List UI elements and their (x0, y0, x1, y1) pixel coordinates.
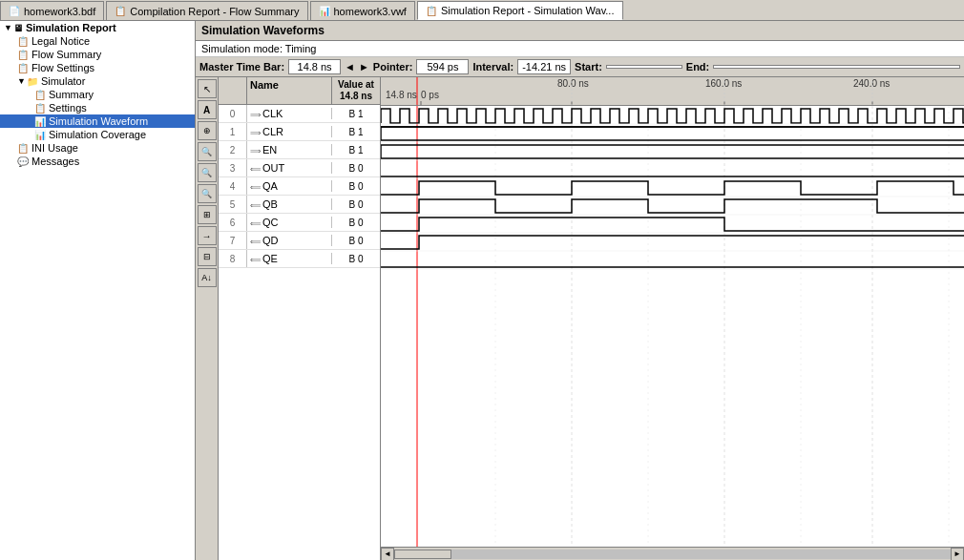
end-label: End: (686, 61, 709, 73)
zoom-out-tool[interactable]: 🔍 (198, 163, 217, 182)
pointer-label: Pointer: (373, 61, 413, 73)
signal-row-out[interactable]: 3⟸OUTB 0 (219, 159, 380, 177)
tab-compilation-icon: 📋 (115, 6, 126, 16)
signal-name-6: ⟸QC (247, 217, 332, 228)
tab-compilation[interactable]: 📋 Compilation Report - Flow Summary (106, 1, 307, 20)
signal-num-1: 1 (219, 123, 247, 140)
signal-num-0: 0 (219, 105, 247, 122)
h-scrollbar[interactable]: ◄ ► (381, 547, 964, 560)
svg-text:240.0 ns: 240.0 ns (853, 78, 890, 89)
signal-name-1: ⟹CLR (247, 126, 332, 137)
sidebar-item-flow-summary[interactable]: 📋 Flow Summary (0, 48, 195, 61)
sim-waveform-icon: 📊 (34, 116, 46, 127)
zoom-in-tool[interactable]: 🔍 (198, 142, 217, 161)
signal-val-6: B 0 (332, 218, 380, 228)
signal-header-name-col: Name (247, 77, 332, 104)
sidebar-item-sim-coverage[interactable]: 📊 Simulation Coverage (0, 128, 195, 141)
signal-val-5: B 0 (332, 199, 380, 210)
signal-num-2: 2 (219, 141, 247, 158)
simulator-expand-icon: ▼ (17, 76, 26, 86)
tab-simulation-icon: 📋 (426, 6, 437, 16)
interval-value: -14.21 ns (517, 59, 571, 74)
sim-report-icon: 🖥 (13, 23, 23, 33)
signal-row-qd[interactable]: 7⟸QDB 0 (219, 232, 380, 250)
signal-rows: 0⟹CLKB 11⟹CLRB 12⟹ENB 13⟸OUTB 04⟸QAB 05⟸… (219, 105, 380, 560)
signal-val-0: B 1 (332, 109, 380, 119)
time-bar: Master Time Bar: 14.8 ns ◄ ► Pointer: 59… (196, 57, 964, 77)
sidebar-item-legal-notice[interactable]: 📋 Legal Notice (0, 34, 195, 48)
sidebar-item-ini-usage[interactable]: 📋 INI Usage (0, 141, 195, 155)
svg-text:80.0 ns: 80.0 ns (557, 78, 589, 89)
interval-label: Interval: (472, 61, 513, 73)
sidebar-item-simulator[interactable]: ▼ 📁 Simulator (0, 74, 195, 88)
signal-num-5: 5 (219, 196, 247, 213)
signal-row-qc[interactable]: 6⟸QCB 0 (219, 214, 380, 232)
signal-num-4: 4 (219, 177, 247, 195)
signal-name-4: ⟸QA (247, 180, 332, 192)
end-value (713, 65, 960, 69)
waveform-display: 14.8 ns 0 ps 80.0 ns 160.0 ns 240.0 ns 3… (381, 77, 964, 560)
master-time-bar-value: 14.8 ns (288, 59, 341, 74)
signal-name-0: ⟹CLK (247, 108, 332, 119)
scroll-thumb[interactable] (394, 550, 451, 559)
sidebar-item-flow-settings[interactable]: 📋 Flow Settings (0, 61, 195, 74)
flow-summary-icon: 📋 (17, 50, 29, 60)
sidebar-item-sim-report[interactable]: ▼ 🖥 Simulation Report (0, 21, 195, 34)
scroll-left-btn[interactable]: ◄ (381, 548, 394, 561)
signal-row-en[interactable]: 2⟹ENB 1 (219, 141, 380, 159)
time-ruler-svg: 14.8 ns 0 ps 80.0 ns 160.0 ns 240.0 ns 3… (381, 77, 964, 106)
start-label: Start: (575, 61, 602, 73)
signal-num-7: 7 (219, 232, 247, 249)
sidebar: ▼ 🖥 Simulation Report 📋 Legal Notice 📋 F… (0, 21, 196, 560)
tab-bar: 📄 homework3.bdf 📋 Compilation Report - F… (0, 0, 964, 21)
sidebar-item-sim-waveform[interactable]: 📊 Simulation Waveform (0, 114, 195, 128)
expand-icon: ▼ (4, 23, 12, 32)
sort-tool[interactable]: A↓ (198, 268, 217, 287)
signal-panel: Name Value at14.8 ns 0⟹CLKB 11⟹CLRB 12⟹E… (219, 77, 381, 560)
content-area: Simulation Waveforms Simulation mode: Ti… (196, 21, 964, 560)
signal-row-qe[interactable]: 8⟸QEB 0 (219, 250, 380, 268)
interval-tool[interactable]: → (198, 226, 217, 245)
signal-name-2: ⟹EN (247, 144, 332, 156)
signal-header-value-col: Value at14.8 ns (332, 77, 380, 104)
waveform-header: Simulation Waveforms (196, 21, 964, 41)
start-value (606, 65, 682, 69)
grid-tool[interactable]: ⊟ (198, 247, 217, 266)
signal-num-3: 3 (219, 159, 247, 176)
signal-row-clk[interactable]: 0⟹CLKB 1 (219, 105, 380, 123)
waveform-container: ↖ A ⊕ 🔍 🔍 🔍 ⊞ → ⊟ A↓ Name Value at14.8 n… (196, 77, 964, 560)
time-ruler: 14.8 ns 0 ps 80.0 ns 160.0 ns 240.0 ns 3… (381, 77, 964, 106)
settings-icon: 📋 (34, 103, 46, 114)
right-arrow[interactable]: ► (359, 61, 369, 73)
tab-simulation[interactable]: 📋 Simulation Report - Simulation Wav... (417, 1, 623, 20)
simulator-icon: 📁 (27, 76, 38, 87)
signal-name-3: ⟸OUT (247, 162, 332, 174)
waveform-svg (381, 106, 964, 547)
snap-tool[interactable]: ⊞ (198, 205, 217, 224)
scroll-right-btn[interactable]: ► (951, 548, 964, 561)
tab-bdf-icon: 📄 (9, 6, 20, 16)
tab-vwf[interactable]: 📊 homework3.vwf (310, 1, 415, 20)
signal-header-num (219, 77, 247, 104)
left-arrow[interactable]: ◄ (345, 61, 355, 73)
tab-bdf[interactable]: 📄 homework3.bdf (0, 1, 104, 20)
sidebar-item-summary[interactable]: 📋 Summary (0, 88, 195, 101)
signal-row-clr[interactable]: 1⟹CLRB 1 (219, 123, 380, 141)
text-tool[interactable]: A (198, 100, 217, 119)
sidebar-item-settings[interactable]: 📋 Settings (0, 101, 195, 114)
sidebar-item-messages[interactable]: 💬 Messages (0, 155, 195, 168)
signal-row-qa[interactable]: 4⟸QAB 0 (219, 177, 380, 196)
left-tools: ↖ A ⊕ 🔍 🔍 🔍 ⊞ → ⊟ A↓ (196, 77, 219, 560)
select-tool[interactable]: ↖ (198, 79, 217, 98)
signal-row-qb[interactable]: 5⟸QBB 0 (219, 196, 380, 214)
master-time-bar-label: Master Time Bar: (199, 61, 284, 73)
ini-usage-icon: 📋 (17, 143, 29, 154)
zoom-region-tool[interactable]: ⊕ (198, 121, 217, 140)
pointer-value: 594 ps (416, 59, 469, 74)
main-layout: ▼ 🖥 Simulation Report 📋 Legal Notice 📋 F… (0, 21, 964, 560)
signal-val-7: B 0 (332, 236, 380, 246)
scroll-track[interactable] (394, 550, 951, 559)
find-tool[interactable]: 🔍 (198, 184, 217, 203)
sim-coverage-icon: 📊 (34, 130, 46, 140)
messages-icon: 💬 (17, 156, 29, 167)
